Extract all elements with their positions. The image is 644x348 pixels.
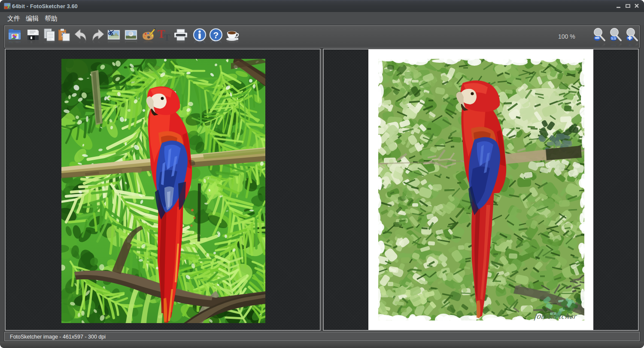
svg-text:?: ? xyxy=(213,30,219,40)
svg-text:1:1: 1:1 xyxy=(611,37,616,40)
svg-text:T: T xyxy=(164,32,170,42)
